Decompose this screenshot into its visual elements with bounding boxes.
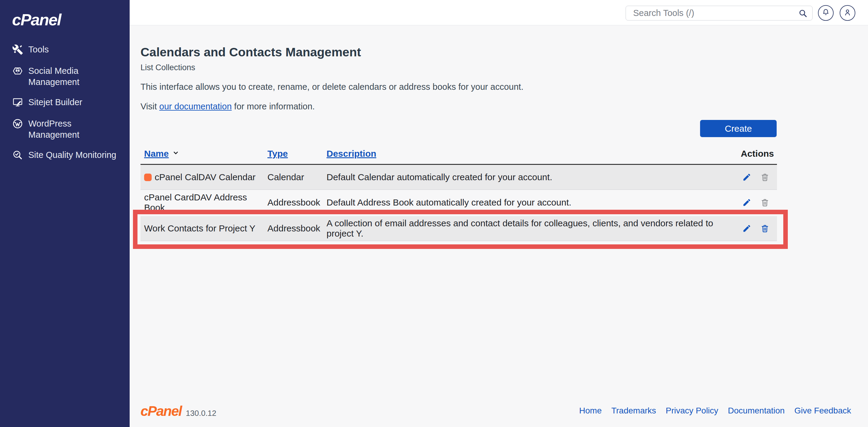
collections-table: Name Type Description Actions cPanel Cal… (141, 149, 777, 241)
doc-prefix: Visit (141, 102, 159, 111)
cpanel-logo[interactable]: cPanel (12, 10, 61, 29)
cell-type: Addressbook (268, 223, 327, 234)
column-header-actions: Actions (741, 149, 777, 159)
sort-name-link[interactable]: Name (144, 149, 169, 159)
sidebar-item-label: Tools (28, 44, 49, 55)
sitejet-builder-icon (12, 97, 23, 109)
main-content: Calendars and Contacts Management List C… (130, 26, 868, 427)
sort-type-link[interactable]: Type (268, 149, 288, 159)
user-menu-button[interactable] (840, 5, 855, 21)
table-row: cPanel CardDAV Address Book Addressbook … (141, 190, 777, 215)
footer-links: Home Trademarks Privacy Policy Documenta… (579, 406, 851, 416)
footer-link-documentation[interactable]: Documentation (728, 406, 784, 416)
cell-name: cPanel CalDAV Calendar (141, 172, 268, 182)
footer-link-privacy-policy[interactable]: Privacy Policy (666, 406, 718, 416)
delete-button[interactable] (761, 198, 769, 207)
column-header-name: Name (141, 149, 268, 159)
cell-type: Addressbook (268, 197, 327, 208)
sidebar-item-social-media[interactable]: Social Media Management (12, 65, 124, 88)
table-header-row: Name Type Description Actions (141, 149, 777, 165)
cell-name: cPanel CardDAV Address Book (141, 192, 268, 213)
sidebar-item-label: Sitejet Builder (28, 97, 82, 108)
table-row-highlighted: Work Contacts for Project Y Addressbook … (141, 216, 777, 241)
chevron-down-icon (172, 149, 180, 159)
search-input[interactable] (626, 6, 812, 21)
doc-suffix: for more information. (232, 102, 315, 111)
footer-brand: cPanel 130.0.12 (141, 403, 216, 419)
cell-actions (741, 173, 777, 182)
sidebar-nav: Tools Social Media Management (12, 44, 124, 162)
wordpress-icon (12, 118, 23, 130)
pencil-icon (742, 203, 751, 208)
cell-actions (741, 198, 777, 207)
column-header-type: Type (268, 149, 327, 159)
sidebar-item-site-quality[interactable]: Site Quality Monitoring (12, 150, 124, 162)
trash-icon (761, 229, 769, 234)
table-row: cPanel CalDAV Calendar Calendar Default … (141, 165, 777, 190)
sort-description-link[interactable]: Description (327, 149, 376, 159)
search-icon[interactable] (798, 8, 808, 19)
cpanel-footer-logo: cPanel (141, 403, 182, 419)
cell-name: Work Contacts for Project Y (141, 223, 268, 234)
collection-name: Work Contacts for Project Y (144, 223, 255, 234)
user-icon (843, 8, 852, 18)
column-header-description: Description (327, 149, 741, 159)
sidebar-item-label: WordPress Management (28, 118, 124, 140)
edit-button[interactable] (742, 198, 751, 207)
tools-icon (12, 44, 23, 56)
sidebar: cPanel Tools (0, 0, 130, 427)
footer-link-trademarks[interactable]: Trademarks (612, 406, 656, 416)
sidebar-item-sitejet[interactable]: Sitejet Builder (12, 97, 124, 109)
intro-text: This interface allows you to create, ren… (141, 81, 523, 93)
topbar (130, 0, 868, 25)
social-media-icon (12, 65, 23, 78)
delete-button[interactable] (761, 224, 769, 233)
page-title: Calendars and Contacts Management (141, 44, 361, 61)
create-button[interactable]: Create (700, 120, 777, 137)
footer-link-home[interactable]: Home (579, 406, 602, 416)
cell-actions (741, 224, 777, 233)
sidebar-item-wordpress[interactable]: WordPress Management (12, 118, 124, 140)
sidebar-item-tools[interactable]: Tools (12, 44, 124, 56)
sidebar-item-label: Social Media Management (28, 65, 124, 88)
pencil-icon (742, 229, 751, 234)
collection-name: cPanel CardDAV Address Book (144, 192, 268, 213)
notifications-button[interactable] (818, 5, 834, 21)
footer-link-give-feedback[interactable]: Give Feedback (795, 406, 851, 416)
cell-description: A collection of email addresses and cont… (327, 218, 741, 239)
search-box (626, 6, 812, 21)
collection-name: cPanel CalDAV Calendar (155, 172, 256, 182)
cell-type: Calendar (268, 172, 327, 182)
documentation-link[interactable]: our documentation (159, 102, 231, 111)
version-label: 130.0.12 (186, 408, 216, 418)
edit-button[interactable] (742, 224, 751, 233)
documentation-line: Visit our documentation for more informa… (141, 101, 315, 112)
site-quality-icon (12, 150, 23, 162)
trash-icon (761, 178, 769, 183)
cell-description: Default Address Book automatically creat… (327, 197, 741, 208)
trash-icon (761, 203, 769, 208)
pencil-icon (742, 178, 751, 183)
calendar-color-swatch (144, 173, 152, 181)
delete-button[interactable] (761, 173, 769, 182)
sidebar-item-label: Site Quality Monitoring (28, 150, 116, 161)
page-subtitle: List Collections (141, 62, 195, 73)
cell-description: Default Calendar automatically created f… (327, 172, 741, 182)
edit-button[interactable] (742, 173, 751, 182)
bell-icon (821, 8, 830, 18)
